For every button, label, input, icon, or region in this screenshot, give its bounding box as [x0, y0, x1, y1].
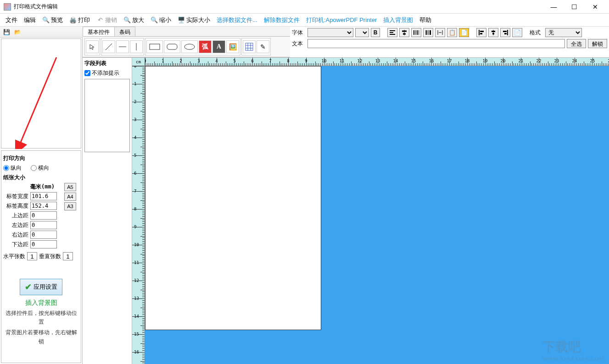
field-list-panel: 字段列表 不添加提示: [83, 58, 132, 364]
field-list-box[interactable]: [84, 79, 130, 152]
menu-preview[interactable]: 🔍预览: [39, 15, 66, 26]
menu-select-data[interactable]: 选择数据文件...: [214, 15, 260, 26]
menu-insert-bg[interactable]: 插入背景图: [380, 15, 416, 26]
pointer-tool[interactable]: [86, 40, 99, 53]
menu-zoomout[interactable]: 🔍缩小: [148, 15, 174, 26]
rect-tool[interactable]: [146, 40, 163, 53]
canvas-background[interactable]: [145, 66, 609, 364]
arc-tool[interactable]: 弧: [199, 40, 212, 53]
edit-tool[interactable]: ✎: [257, 40, 269, 53]
text-tool[interactable]: A: [212, 40, 225, 53]
v-count-input[interactable]: [63, 252, 73, 260]
hline-tool[interactable]: [116, 40, 129, 53]
svg-rect-24: [428, 30, 429, 35]
menu-print[interactable]: 🖨️打印: [67, 15, 93, 26]
ruler-corner: cm: [132, 58, 145, 66]
svg-rect-5: [167, 44, 177, 50]
menu-zoomin[interactable]: 🔍放大: [121, 15, 147, 26]
bold-button[interactable]: B: [371, 28, 380, 37]
svg-rect-33: [492, 31, 495, 32]
radio-landscape[interactable]: 横向: [31, 164, 49, 172]
image-tool[interactable]: 🖼️: [226, 40, 239, 53]
label-page[interactable]: [145, 66, 321, 330]
align-c-icon[interactable]: [488, 28, 498, 37]
paper-title: 纸张大小: [3, 174, 79, 182]
format-select[interactable]: 无: [545, 28, 582, 37]
copy-icon[interactable]: 📋: [447, 28, 457, 37]
spacing-icon[interactable]: [435, 28, 445, 37]
menu-file[interactable]: 文件: [3, 15, 20, 26]
actual-icon: 🖥️: [178, 17, 185, 24]
minimize-button[interactable]: —: [543, 0, 564, 14]
text-input[interactable]: [307, 39, 565, 48]
right-margin-input[interactable]: [30, 231, 57, 239]
format-label: 格式: [530, 29, 543, 37]
a5-button[interactable]: A5: [64, 183, 76, 191]
align-center-h-icon[interactable]: [399, 28, 409, 37]
text-label: 文本: [292, 40, 306, 48]
menu-actual-size[interactable]: 🖥️实际大小: [175, 15, 213, 26]
apply-settings-button[interactable]: ✔应用设置: [20, 279, 62, 295]
tab-barcode[interactable]: 条码: [114, 27, 135, 36]
a4-button[interactable]: A4: [64, 193, 76, 201]
annotation-arrow: [15, 53, 61, 149]
left-panel: 💾 📂 打印方向 纵向 横向 纸张大小 毫米(mm) A5 A4 A3: [0, 27, 83, 364]
save-icon[interactable]: 💾: [2, 28, 11, 37]
svg-rect-21: [419, 30, 419, 35]
line-tool[interactable]: [102, 40, 115, 53]
align-left-icon[interactable]: [387, 28, 397, 37]
maximize-button[interactable]: ☐: [564, 0, 585, 14]
doc-icon[interactable]: 📄: [512, 28, 522, 37]
svg-rect-20: [417, 30, 418, 35]
menu-release-data[interactable]: 解除数据文件: [261, 15, 302, 26]
svg-rect-34: [492, 33, 494, 34]
h-count-input[interactable]: [27, 252, 37, 260]
bottom-margin-input[interactable]: [30, 240, 57, 248]
align-r-icon[interactable]: [500, 28, 510, 37]
no-prompt-checkbox[interactable]: 不添加提示: [84, 69, 130, 77]
label-width-input[interactable]: [30, 192, 57, 200]
svg-rect-18: [413, 30, 414, 35]
magnifier-icon: 🔍: [42, 17, 50, 24]
tab-basic[interactable]: 基本控件: [83, 27, 115, 36]
ellipse-tool[interactable]: [181, 40, 198, 53]
roundrect-tool[interactable]: [164, 40, 180, 53]
a3-button[interactable]: A3: [64, 202, 76, 210]
font-size-select[interactable]: [355, 28, 369, 37]
menu-undo[interactable]: ↶撤销: [94, 15, 120, 26]
check-icon: ✔: [25, 282, 32, 292]
tab-row: 基本控件 条码: [83, 27, 290, 37]
title-bar: 打印格式文件编辑 — ☐ ✕: [0, 0, 609, 14]
svg-rect-7: [246, 43, 253, 50]
unlock-button[interactable]: 解锁: [588, 39, 607, 48]
settings-panel: 打印方向 纵向 横向 纸张大小 毫米(mm) A5 A4 A3 标签宽度 标签高…: [1, 150, 81, 363]
label-height-input[interactable]: [30, 202, 57, 210]
paste-icon[interactable]: 📄: [459, 28, 469, 37]
menu-printer-info[interactable]: 打印机:ApowerPDF Printer: [303, 15, 380, 26]
close-button[interactable]: ✕: [585, 0, 605, 14]
vline-tool[interactable]: [130, 40, 143, 53]
top-margin-input[interactable]: [30, 211, 57, 220]
font-select[interactable]: [307, 28, 353, 37]
menu-edit[interactable]: 编辑: [21, 15, 39, 26]
svg-rect-37: [504, 33, 507, 34]
barcode1-icon[interactable]: [411, 28, 421, 37]
direction-title: 打印方向: [3, 154, 79, 162]
menu-help[interactable]: 帮助: [417, 15, 434, 26]
right-tools: 字体 B 📋 📄 📄: [290, 27, 609, 57]
svg-rect-36: [503, 31, 507, 32]
center-area: 基本控件 条码 弧: [83, 27, 609, 364]
ruler-horizontal: 0123456789101112131415161718192021222324…: [145, 58, 609, 66]
zoomin-icon: 🔍: [123, 17, 131, 24]
left-margin-input[interactable]: [30, 221, 57, 229]
grid-tool[interactable]: [243, 40, 256, 53]
barcode2-icon[interactable]: [423, 28, 433, 37]
svg-line-1: [106, 44, 112, 50]
align-l-icon[interactable]: [476, 28, 486, 37]
radio-portrait[interactable]: 纵向: [3, 164, 22, 172]
select-all-button[interactable]: 全选: [567, 39, 586, 48]
quick-toolbar: 💾 📂: [0, 27, 83, 38]
open-icon[interactable]: 📂: [13, 28, 22, 37]
svg-rect-4: [150, 44, 160, 50]
insert-bg-link[interactable]: 插入背景图: [3, 299, 79, 307]
